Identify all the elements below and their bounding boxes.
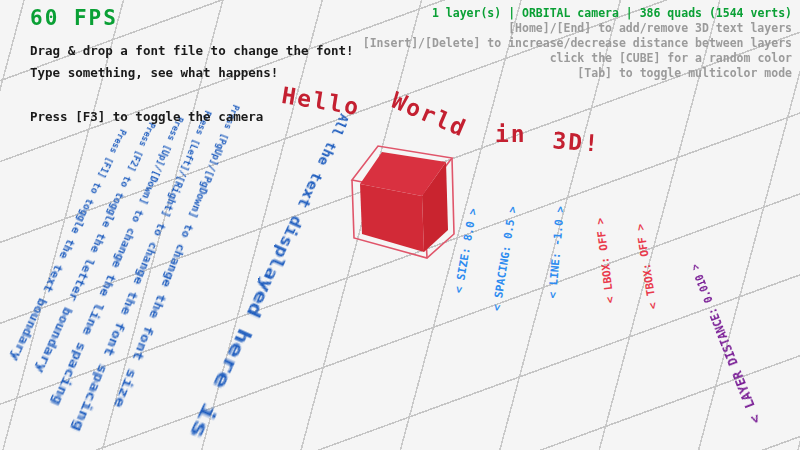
hint-type-something: Type something, see what happens!	[30, 62, 354, 84]
hint-layer-distance: [Insert]/[Delete] to increase/decrease d…	[363, 36, 792, 51]
hint-toggle-camera: Press [F3] to toggle the camera	[30, 106, 354, 128]
threed-word: 3D!	[551, 127, 600, 156]
fps-counter: 60 FPS	[30, 6, 354, 30]
hud-top-right: 1 layer(s) | ORBITAL camera | 386 quads …	[363, 6, 792, 81]
hud-top-left: 60 FPS Drag & drop a font file to change…	[30, 6, 354, 128]
hint-cube-color: click the [CUBE] for a random color	[363, 51, 792, 66]
hint-multicolor: [Tab] to toggle multicolor mode	[363, 66, 792, 81]
status-bar: 1 layer(s) | ORBITAL camera | 386 quads …	[363, 6, 792, 21]
hint-drag-drop: Drag & drop a font file to change the fo…	[30, 40, 354, 62]
hint-layers: [Home]/[End] to add/remove 3D text layer…	[363, 21, 792, 36]
in-word: in	[495, 121, 527, 147]
app-window: Hello World in 3D! All the text displaye…	[0, 0, 800, 450]
cube-faces[interactable]	[360, 152, 448, 252]
